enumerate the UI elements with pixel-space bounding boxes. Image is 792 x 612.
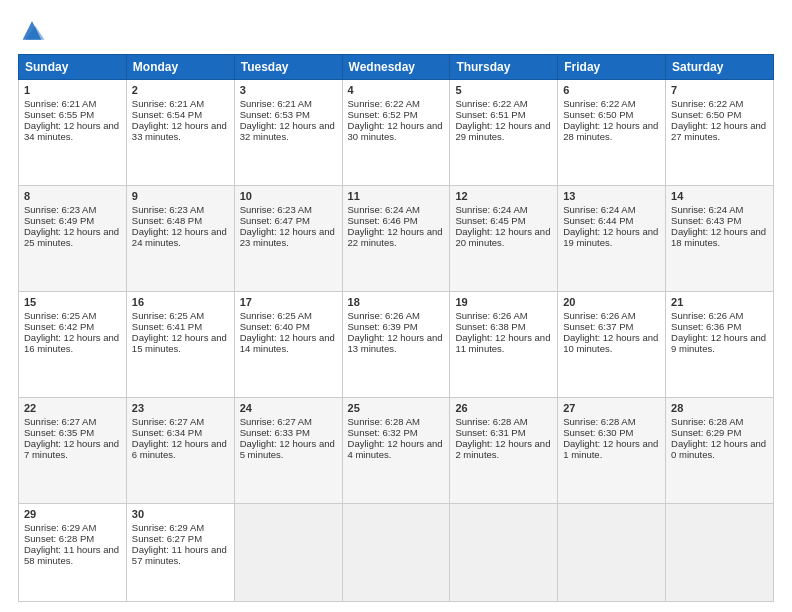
sunrise-text: Sunrise: 6:28 AM — [563, 416, 660, 427]
day-number: 24 — [240, 402, 337, 414]
sunrise-text: Sunrise: 6:24 AM — [563, 204, 660, 215]
day-number: 14 — [671, 190, 768, 202]
calendar-cell: 30Sunrise: 6:29 AMSunset: 6:27 PMDayligh… — [126, 504, 234, 602]
calendar-cell: 16Sunrise: 6:25 AMSunset: 6:41 PMDayligh… — [126, 292, 234, 398]
sunrise-text: Sunrise: 6:28 AM — [348, 416, 445, 427]
calendar-week-row: 8Sunrise: 6:23 AMSunset: 6:49 PMDaylight… — [19, 186, 774, 292]
sunset-text: Sunset: 6:36 PM — [671, 321, 768, 332]
sunrise-text: Sunrise: 6:24 AM — [671, 204, 768, 215]
sunset-text: Sunset: 6:49 PM — [24, 215, 121, 226]
daylight-text: Daylight: 12 hours and 29 minutes. — [455, 120, 552, 142]
sunset-text: Sunset: 6:28 PM — [24, 533, 121, 544]
sunset-text: Sunset: 6:34 PM — [132, 427, 229, 438]
daylight-text: Daylight: 12 hours and 18 minutes. — [671, 226, 768, 248]
calendar-cell — [558, 504, 666, 602]
calendar-cell: 10Sunrise: 6:23 AMSunset: 6:47 PMDayligh… — [234, 186, 342, 292]
day-number: 8 — [24, 190, 121, 202]
day-number: 26 — [455, 402, 552, 414]
day-number: 10 — [240, 190, 337, 202]
calendar-cell: 17Sunrise: 6:25 AMSunset: 6:40 PMDayligh… — [234, 292, 342, 398]
day-header-thursday: Thursday — [450, 55, 558, 80]
sunset-text: Sunset: 6:40 PM — [240, 321, 337, 332]
sunset-text: Sunset: 6:31 PM — [455, 427, 552, 438]
calendar-cell — [234, 504, 342, 602]
sunset-text: Sunset: 6:37 PM — [563, 321, 660, 332]
calendar-week-row: 15Sunrise: 6:25 AMSunset: 6:42 PMDayligh… — [19, 292, 774, 398]
sunset-text: Sunset: 6:38 PM — [455, 321, 552, 332]
sunrise-text: Sunrise: 6:24 AM — [348, 204, 445, 215]
sunrise-text: Sunrise: 6:29 AM — [24, 522, 121, 533]
daylight-text: Daylight: 12 hours and 6 minutes. — [132, 438, 229, 460]
general-blue-logo-icon — [18, 18, 46, 46]
daylight-text: Daylight: 12 hours and 19 minutes. — [563, 226, 660, 248]
day-number: 7 — [671, 84, 768, 96]
day-number: 17 — [240, 296, 337, 308]
logo — [18, 18, 50, 46]
day-number: 27 — [563, 402, 660, 414]
calendar-cell: 26Sunrise: 6:28 AMSunset: 6:31 PMDayligh… — [450, 398, 558, 504]
calendar-cell: 12Sunrise: 6:24 AMSunset: 6:45 PMDayligh… — [450, 186, 558, 292]
daylight-text: Daylight: 12 hours and 5 minutes. — [240, 438, 337, 460]
sunrise-text: Sunrise: 6:22 AM — [348, 98, 445, 109]
daylight-text: Daylight: 12 hours and 22 minutes. — [348, 226, 445, 248]
daylight-text: Daylight: 12 hours and 32 minutes. — [240, 120, 337, 142]
sunrise-text: Sunrise: 6:23 AM — [240, 204, 337, 215]
daylight-text: Daylight: 12 hours and 24 minutes. — [132, 226, 229, 248]
sunset-text: Sunset: 6:39 PM — [348, 321, 445, 332]
sunset-text: Sunset: 6:30 PM — [563, 427, 660, 438]
calendar-cell: 20Sunrise: 6:26 AMSunset: 6:37 PMDayligh… — [558, 292, 666, 398]
day-number: 23 — [132, 402, 229, 414]
sunset-text: Sunset: 6:47 PM — [240, 215, 337, 226]
calendar-cell — [450, 504, 558, 602]
calendar-cell: 23Sunrise: 6:27 AMSunset: 6:34 PMDayligh… — [126, 398, 234, 504]
sunset-text: Sunset: 6:43 PM — [671, 215, 768, 226]
day-header-tuesday: Tuesday — [234, 55, 342, 80]
daylight-text: Daylight: 12 hours and 23 minutes. — [240, 226, 337, 248]
sunset-text: Sunset: 6:50 PM — [671, 109, 768, 120]
daylight-text: Daylight: 12 hours and 7 minutes. — [24, 438, 121, 460]
calendar-cell: 5Sunrise: 6:22 AMSunset: 6:51 PMDaylight… — [450, 80, 558, 186]
sunrise-text: Sunrise: 6:27 AM — [132, 416, 229, 427]
sunset-text: Sunset: 6:45 PM — [455, 215, 552, 226]
day-number: 4 — [348, 84, 445, 96]
daylight-text: Daylight: 12 hours and 2 minutes. — [455, 438, 552, 460]
day-number: 3 — [240, 84, 337, 96]
sunset-text: Sunset: 6:29 PM — [671, 427, 768, 438]
day-header-sunday: Sunday — [19, 55, 127, 80]
daylight-text: Daylight: 12 hours and 30 minutes. — [348, 120, 445, 142]
sunrise-text: Sunrise: 6:28 AM — [455, 416, 552, 427]
sunset-text: Sunset: 6:42 PM — [24, 321, 121, 332]
calendar-cell: 7Sunrise: 6:22 AMSunset: 6:50 PMDaylight… — [666, 80, 774, 186]
day-number: 1 — [24, 84, 121, 96]
sunrise-text: Sunrise: 6:29 AM — [132, 522, 229, 533]
daylight-text: Daylight: 12 hours and 4 minutes. — [348, 438, 445, 460]
sunset-text: Sunset: 6:46 PM — [348, 215, 445, 226]
day-number: 13 — [563, 190, 660, 202]
sunset-text: Sunset: 6:27 PM — [132, 533, 229, 544]
daylight-text: Daylight: 11 hours and 58 minutes. — [24, 544, 121, 566]
calendar-cell: 27Sunrise: 6:28 AMSunset: 6:30 PMDayligh… — [558, 398, 666, 504]
calendar-cell: 11Sunrise: 6:24 AMSunset: 6:46 PMDayligh… — [342, 186, 450, 292]
sunrise-text: Sunrise: 6:21 AM — [24, 98, 121, 109]
calendar-cell: 8Sunrise: 6:23 AMSunset: 6:49 PMDaylight… — [19, 186, 127, 292]
sunrise-text: Sunrise: 6:23 AM — [24, 204, 121, 215]
sunset-text: Sunset: 6:33 PM — [240, 427, 337, 438]
day-number: 21 — [671, 296, 768, 308]
calendar-cell: 4Sunrise: 6:22 AMSunset: 6:52 PMDaylight… — [342, 80, 450, 186]
calendar-cell: 14Sunrise: 6:24 AMSunset: 6:43 PMDayligh… — [666, 186, 774, 292]
day-number: 11 — [348, 190, 445, 202]
sunset-text: Sunset: 6:50 PM — [563, 109, 660, 120]
day-header-wednesday: Wednesday — [342, 55, 450, 80]
header — [18, 18, 774, 46]
sunrise-text: Sunrise: 6:26 AM — [671, 310, 768, 321]
daylight-text: Daylight: 12 hours and 1 minute. — [563, 438, 660, 460]
sunrise-text: Sunrise: 6:26 AM — [563, 310, 660, 321]
day-number: 29 — [24, 508, 121, 520]
daylight-text: Daylight: 12 hours and 13 minutes. — [348, 332, 445, 354]
day-header-saturday: Saturday — [666, 55, 774, 80]
day-number: 30 — [132, 508, 229, 520]
calendar-week-row: 1Sunrise: 6:21 AMSunset: 6:55 PMDaylight… — [19, 80, 774, 186]
daylight-text: Daylight: 12 hours and 27 minutes. — [671, 120, 768, 142]
calendar-cell: 1Sunrise: 6:21 AMSunset: 6:55 PMDaylight… — [19, 80, 127, 186]
sunrise-text: Sunrise: 6:23 AM — [132, 204, 229, 215]
